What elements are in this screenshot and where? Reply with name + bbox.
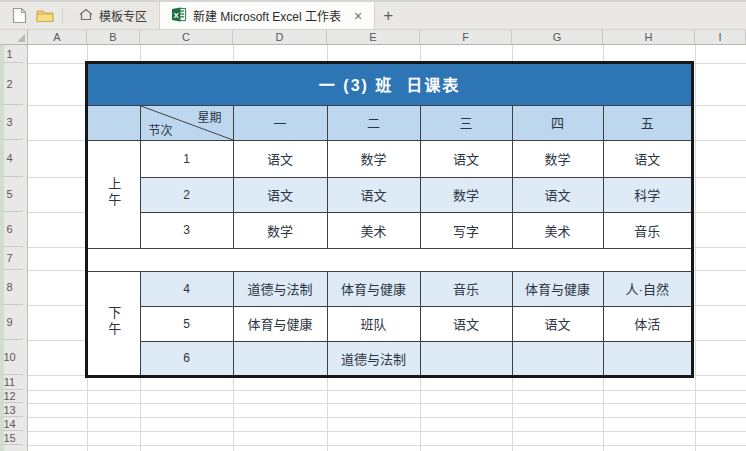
cell-subject[interactable]: 语文 (512, 306, 603, 341)
new-document-icon[interactable] (6, 2, 32, 29)
cell-day-header[interactable]: 二 (327, 105, 420, 140)
spreadsheet-area: ABCDEFGHI 123456789101112131415 一 (3) 班 … (0, 30, 746, 451)
cell-subject[interactable]: 写字 (420, 212, 512, 248)
close-tab-icon[interactable]: × (354, 9, 362, 23)
cell-subject[interactable]: 数学 (327, 140, 420, 177)
cell-morning-label[interactable]: 上午 (87, 140, 140, 248)
cell-subject[interactable] (233, 341, 327, 376)
cell-period[interactable]: 1 (140, 140, 233, 177)
cell-subject[interactable]: 美术 (327, 212, 420, 248)
cell-subject[interactable]: 科学 (603, 177, 692, 212)
select-all-triangle-icon (17, 34, 25, 42)
new-tab-button[interactable]: + (375, 2, 401, 29)
column-header-A[interactable]: A (28, 30, 87, 44)
tab-excel-workbook[interactable]: X 新建 Microsoft Excel 工作表 × (159, 2, 375, 29)
gridline (28, 445, 746, 446)
cell-subject[interactable]: 语文 (420, 306, 512, 341)
corner-weekday-label: 星期 (197, 108, 221, 125)
column-header-F[interactable]: F (420, 30, 512, 44)
cell-subject[interactable]: 美术 (512, 212, 603, 248)
column-header-E[interactable]: E (327, 30, 420, 44)
cell-subject[interactable] (420, 341, 512, 376)
column-header-H[interactable]: H (603, 30, 695, 44)
tab-template-label: 模板专区 (99, 7, 147, 24)
column-header-G[interactable]: G (512, 30, 603, 44)
cell-subject[interactable]: 语文 (512, 177, 603, 212)
wps-excel-window: 模板专区 X 新建 Microsoft Excel 工作表 × + ABCDEF… (0, 0, 746, 451)
cell-subject[interactable]: 人·自然 (603, 271, 692, 306)
cell-subject[interactable]: 数学 (233, 212, 327, 248)
corner-period-label: 节次 (149, 121, 173, 138)
cell-subject[interactable]: 体育与健康 (512, 271, 603, 306)
column-header-B[interactable]: B (87, 30, 140, 44)
row-headers: 123456789101112131415 (0, 45, 28, 451)
cell-subject[interactable]: 数学 (512, 140, 603, 177)
excel-icon: X (172, 7, 187, 25)
cell-day-header[interactable]: 五 (603, 105, 692, 140)
column-header-C[interactable]: C (140, 30, 233, 44)
cell-subject[interactable]: 音乐 (603, 212, 692, 248)
column-headers: ABCDEFGHI (28, 30, 746, 45)
tab-workbook-label: 新建 Microsoft Excel 工作表 (193, 7, 341, 24)
tab-bar: 模板专区 X 新建 Microsoft Excel 工作表 × + (0, 0, 746, 30)
cell-subject[interactable]: 语文 (233, 177, 327, 212)
cell-period[interactable]: 4 (140, 271, 233, 306)
open-folder-icon[interactable] (32, 2, 58, 29)
cell-period[interactable]: 3 (140, 212, 233, 248)
svg-text:X: X (174, 10, 180, 19)
spacer-row[interactable] (87, 248, 692, 271)
gridline (28, 417, 746, 418)
gridline (28, 403, 746, 404)
cell-day-header[interactable]: 四 (512, 105, 603, 140)
cell-period[interactable]: 2 (140, 177, 233, 212)
home-icon (79, 8, 93, 24)
cell-afternoon-label[interactable]: 下午 (87, 271, 140, 376)
cell-subject[interactable] (512, 341, 603, 376)
window-left-edge (0, 45, 4, 451)
cell-subject[interactable]: 道德与法制 (233, 271, 327, 306)
cell-subject[interactable]: 音乐 (420, 271, 512, 306)
tab-template-zone[interactable]: 模板专区 (67, 2, 159, 29)
cell-subject[interactable]: 语文 (233, 140, 327, 177)
cell-corner-header[interactable]: 星期 节次 (140, 105, 233, 140)
cell-subject[interactable]: 语文 (603, 140, 692, 177)
cell-subject[interactable]: 班队 (327, 306, 420, 341)
timetable: 一 (3) 班 日课表 星期 节次 一 二 三 四 五 上午 (86, 62, 693, 377)
cell-day-header[interactable]: 三 (420, 105, 512, 140)
cell-subject[interactable]: 数学 (420, 177, 512, 212)
sheet-cells[interactable]: 一 (3) 班 日课表 星期 节次 一 二 三 四 五 上午 (28, 45, 746, 451)
toolbar-divider (62, 9, 63, 23)
cell-day-header[interactable]: 一 (233, 105, 327, 140)
select-all-corner[interactable] (0, 30, 28, 45)
cell-subject[interactable]: 道德与法制 (327, 341, 420, 376)
timetable-title[interactable]: 一 (3) 班 日课表 (87, 63, 692, 105)
gridline (28, 431, 746, 432)
column-header-I[interactable]: I (695, 30, 746, 44)
cell-subject[interactable]: 体育与健康 (233, 306, 327, 341)
cell-subject[interactable]: 体育与健康 (327, 271, 420, 306)
gridline (28, 390, 746, 391)
cell-subject[interactable]: 语文 (327, 177, 420, 212)
cell-subject[interactable]: 语文 (420, 140, 512, 177)
cell-subject[interactable]: 体活 (603, 306, 692, 341)
cell-blank-header[interactable] (87, 105, 140, 140)
column-header-D[interactable]: D (233, 30, 327, 44)
cell-period[interactable]: 6 (140, 341, 233, 376)
cell-subject[interactable] (603, 341, 692, 376)
cell-period[interactable]: 5 (140, 306, 233, 341)
